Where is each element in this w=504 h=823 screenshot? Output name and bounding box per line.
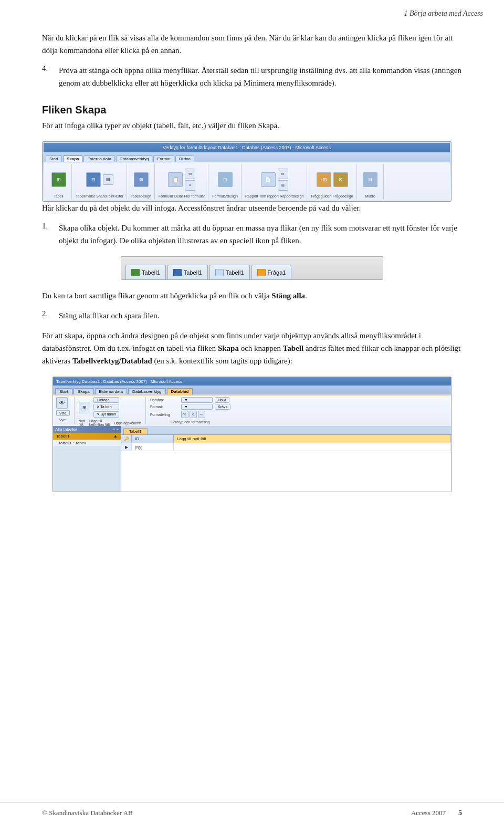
- db-nav-sub-label: Tabell1 : Tabell: [58, 441, 86, 445]
- ribbon-tab-format[interactable]: Format: [153, 155, 174, 162]
- db-nav-title: Alla tabeller: [55, 427, 77, 432]
- db-col-add-label: Lägg till nytt fält: [177, 436, 206, 441]
- db-cell-id: (Ny): [132, 443, 174, 451]
- content-area: När du klickar på en flik så visas alla …: [0, 0, 504, 544]
- db-group-vyer-icons: 👁: [56, 397, 70, 409]
- paragraph-1: När du klickar på en flik så visas alla …: [42, 32, 462, 57]
- ribbon-tab-databas[interactable]: Databasverktyg: [116, 155, 153, 162]
- ribbon-group-tabell: ⊞ Tabell: [46, 164, 72, 199]
- db-group-vyer: 👁 Visa Vyer: [56, 397, 75, 424]
- formular-label: Formulär Delar Fler formulär: [159, 194, 205, 198]
- chapter-title: 1 Börja arbeta med Access: [404, 9, 483, 18]
- db-cell-key: ▶: [121, 443, 132, 451]
- tab-fraga1: Fråga1: [251, 265, 292, 279]
- footer-copyright: © Skandinaviska Databöcker AB: [42, 809, 133, 817]
- db-content: Alla tabeller « » Tabell1 ▲ Tabell1 : Ta…: [53, 426, 451, 492]
- db-byt-namn-btn[interactable]: ✎ Byt namn: [93, 411, 120, 418]
- tab-tabell1-blue: Tabell1: [167, 265, 208, 279]
- db-tab-start[interactable]: Start: [55, 388, 72, 394]
- rapport-icons: 📄 ▭ ⊞: [261, 165, 288, 194]
- tab-label-1: Tabell1: [142, 269, 160, 276]
- ribbon-tab-externa[interactable]: Externa data: [83, 155, 114, 162]
- sharepoint-icon: ▤: [103, 174, 113, 185]
- makro-icon: M: [363, 172, 377, 187]
- screenshot-ribbon-skapa: Verktyg för formulärlayout Databas1 : Da…: [42, 141, 452, 202]
- numbered-item-4: 4. Pröva att stänga och öppna olika meny…: [42, 64, 462, 89]
- db-nav-panel: Alla tabeller « » Tabell1 ▲ Tabell1 : Ta…: [53, 426, 121, 492]
- item-number-1: 1.: [42, 222, 52, 247]
- db-group-falt: ⊞ ↓ Infoga ✕ Ta bort ✎ Byt namn Nyttfält…: [79, 397, 146, 424]
- db-title-bar: Tabellverktyg Databas1 : Databas (Access…: [53, 377, 451, 386]
- item-4-content: Pröva att stänga och öppna olika menyfli…: [59, 64, 462, 89]
- db-fmt-icon2: 0: [190, 411, 197, 418]
- rapport-icon: 📄: [261, 172, 276, 187]
- db-falt-row1: ⊞ ↓ Infoga ✕ Ta bort ✎ Byt namn: [79, 397, 142, 418]
- ribbon-group-frageguiden: ?⊞ ⊠ Frågeguiden Frågedesign: [308, 164, 356, 199]
- db-ribbon-tabs: Start Skapa Externa data Databasverktyg …: [53, 386, 451, 394]
- ribbon-groups-row: ⊞ Tabell ⊟ ▤ Tabellmallar SharePoint-lis…: [46, 164, 448, 199]
- makro-icons: M: [363, 165, 377, 194]
- p5-bold2: Tabell: [283, 344, 303, 352]
- ribbon-title-bar: Verktyg för formulärlayout Databas1 : Da…: [44, 143, 450, 152]
- db-tab-skapa[interactable]: Skapa: [74, 388, 94, 394]
- db-col-id-label: ID: [135, 436, 139, 441]
- formulardesign-label: Formulärdesign: [212, 194, 238, 198]
- db-tab-externa[interactable]: Externa data: [95, 388, 127, 394]
- db-fmt-icon3: ↔: [198, 411, 205, 418]
- fragedesign-icon: ⊠: [333, 172, 348, 187]
- p4-bold: Stäng alla: [271, 291, 305, 300]
- tabell-label: Tabell: [54, 194, 63, 198]
- tomt-formular-icon: ▭: [185, 169, 195, 179]
- section-heading-skapa: Fliken Skapa: [42, 104, 462, 116]
- db-infoga-btn[interactable]: ↓ Infoga: [93, 397, 120, 403]
- db-table-area: 🔑 ID Lägg till nytt fält ▶ (Ny): [121, 434, 451, 492]
- ribbon-tab-ordna[interactable]: Ordna: [175, 155, 194, 162]
- db-datatyp-dropdown[interactable]: ▼: [181, 397, 213, 403]
- db-cell-add: [174, 443, 451, 451]
- ribbon-tab-start[interactable]: Start: [46, 155, 62, 162]
- tabelldesign-icon: ⊠: [134, 172, 149, 187]
- db-key-icon: 🔑: [124, 436, 129, 441]
- db-title-text: Tabellverktyg Databas1 : Databas (Access…: [56, 379, 182, 384]
- frageguiden-icon: ?⊞: [317, 172, 331, 187]
- paragraph-3: Här klickar du på det objekt du vill inf…: [42, 202, 462, 214]
- tabelldesign-label: Tabelldesign: [131, 194, 151, 198]
- db-format-dropdown[interactable]: ▼: [181, 404, 213, 410]
- db-obj-tabell1[interactable]: Tabell1: [123, 428, 148, 434]
- db-tab-datablad[interactable]: Datablad: [167, 388, 193, 394]
- ribbon-group-rapport: 📄 ▭ ⊞ Rapport Tom rapport Rapportdesign: [242, 164, 308, 199]
- ribbon-group-tabelldesign: ⊠ Tabelldesign: [128, 164, 155, 199]
- p5-mid: och knappen: [239, 344, 283, 352]
- formulardesign-icons: ⊡: [218, 165, 233, 194]
- ribbon-tab-skapa[interactable]: Skapa: [63, 155, 83, 162]
- db-ta-bort-btn[interactable]: ✕ Ta bort: [93, 404, 120, 410]
- db-datatyp-row1: Datatyp: ▼ Unikt Format: ▼ Krävs Formate…: [150, 397, 230, 418]
- db-vyer-label: Vyer: [56, 418, 70, 422]
- db-kravs-btn[interactable]: Krävs: [215, 404, 230, 410]
- tab-icon-green: [131, 269, 140, 276]
- tab-label-2: Tabell1: [184, 269, 202, 276]
- rapport-label: Rapport Tom rapport Rapportdesign: [245, 194, 304, 198]
- ribbon-tabs-row: Start Skapa Externa data Databasverktyg …: [44, 152, 450, 162]
- formular-icon: 📋: [168, 172, 183, 187]
- db-nav-header: Alla tabeller « »: [53, 426, 121, 433]
- db-unik-btn[interactable]: Unikt: [215, 397, 229, 403]
- ribbon-group-formulardesign: ⊡ Formulärdesign: [209, 164, 242, 199]
- db-nav-tabell1-header[interactable]: Tabell1 ▲: [53, 433, 121, 440]
- tom-rapport-icon: ▭: [278, 169, 288, 179]
- db-main-panel: Tabell1 🔑 ID Lägg till nytt fält: [121, 426, 451, 492]
- p5-tail: (en s.k. kontextflik som tagits upp tidi…: [152, 357, 292, 365]
- db-object-tabs: Tabell1: [121, 426, 451, 434]
- ribbon-body: ⊞ Tabell ⊟ ▤ Tabellmallar SharePoint-lis…: [44, 162, 450, 200]
- p5-bold3: Tabellverktyg/Datablad: [72, 357, 152, 365]
- footer-product: Access 2007: [411, 809, 446, 817]
- tabellmallar-icons: ⊟ ▤: [86, 165, 113, 194]
- db-nav-tabell1-sub[interactable]: Tabell1 : Tabell: [53, 440, 121, 446]
- db-tab-databasverktyg[interactable]: Databasverktyg: [128, 388, 166, 394]
- page-header: 1 Börja arbeta med Access: [0, 0, 504, 18]
- db-table-header: 🔑 ID Lägg till nytt fält: [121, 435, 451, 443]
- ribbon-group-makro: M Makro: [358, 164, 384, 199]
- db-visa-btn[interactable]: Visa: [56, 410, 70, 416]
- numbered-item-2: 2. Stäng alla flikar och spara filen.: [42, 309, 462, 322]
- paragraph-5: För att skapa, öppna och ändra designen …: [42, 329, 462, 367]
